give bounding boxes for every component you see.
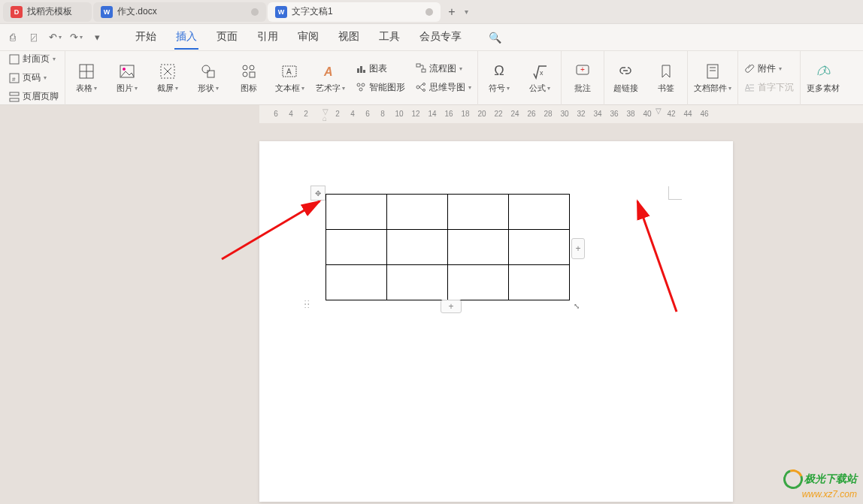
table-button[interactable]: 表格▾ [71,62,101,94]
tab-doc1[interactable]: W 作文.docx [93,2,266,22]
svg-text:A: A [323,65,333,78]
header-footer-button[interactable]: 页眉页脚 [9,90,59,103]
svg-point-11 [202,65,210,73]
table-row[interactable] [326,195,570,230]
svg-point-29 [423,83,425,86]
icons-button[interactable]: 图标 [234,62,264,94]
link-icon [616,62,634,80]
table-icon [77,62,95,80]
add-column-button[interactable]: + [571,238,585,259]
docparts-button[interactable]: 文档部件▾ [694,62,731,94]
watermark: 极光下载站 www.xz7.com [783,469,857,499]
wordart-button[interactable]: A艺术字▾ [315,62,345,94]
svg-rect-34 [707,65,718,78]
redo-button[interactable]: ↷ [68,29,84,46]
menu-page[interactable]: 页面 [215,26,239,50]
margin-corner-icon [668,186,682,200]
textbox-button[interactable]: A文本框▾ [274,62,304,94]
undo-button[interactable]: ↶ [47,29,63,46]
sqrt-icon: x [531,62,549,80]
tab-label: 找稻壳模板 [27,5,72,18]
drag-grip-icon[interactable]: ∷∷ [304,300,310,308]
docparts-icon [704,62,722,80]
leaf-icon [814,62,832,80]
flowchart-button[interactable]: 流程图▾ [416,62,471,75]
search-icon[interactable]: 🔍 [489,32,501,44]
menu-view[interactable]: 视图 [337,26,361,50]
menu-insert[interactable]: 插入 [174,26,198,50]
omega-icon: Ω [490,62,508,80]
svg-rect-22 [363,70,365,73]
menu-vip[interactable]: 会员专享 [418,26,463,50]
svg-point-28 [416,86,419,89]
svg-point-24 [362,83,365,86]
print-button[interactable]: ⎙ [5,29,21,46]
svg-rect-26 [416,64,420,67]
svg-text:#: # [12,76,16,83]
document-canvas[interactable]: 6 4 2 ▽ ⌂ 2 4 6 8 10 12 14 16 18 20 22 2… [0,105,863,504]
tab-template[interactable]: D 找稻壳模板 [3,2,92,22]
tab-label: 作文.docx [117,5,157,18]
svg-text:+: + [580,65,585,74]
shapes-button[interactable]: 形状▾ [193,62,223,94]
app-icon: D [11,6,23,18]
tab-doc2[interactable]: W 文字文稿1 [268,2,441,22]
preview-button[interactable]: ⍁ [26,29,42,46]
add-row-button[interactable]: + [441,300,462,313]
svg-point-14 [250,65,254,70]
table-resize-handle[interactable]: ⤡ [574,302,580,310]
table-move-handle[interactable]: ✥ [310,186,326,201]
mindmap-button[interactable]: 思维导图▾ [416,81,471,94]
customize-qat-button[interactable]: ▾ [89,29,105,46]
cover-page-button[interactable]: 封面页▾ [9,53,59,65]
comment-button[interactable]: +批注 [568,62,598,94]
bookmark-button[interactable]: 书签 [651,62,681,94]
menu-row: ⎙ ⍁ ↶ ↷ ▾ 开始 插入 页面 引用 审阅 视图 工具 会员专享 🔍 [0,24,863,51]
icons-icon [240,62,258,80]
wordart-icon: A [321,62,339,80]
comment-icon: + [574,62,592,80]
hanging-indent-icon[interactable]: ⌂ [322,114,327,122]
svg-text:x: x [540,69,544,77]
menu-ref[interactable]: 引用 [256,26,280,50]
textbox-icon: A [280,62,298,80]
menu-tools[interactable]: 工具 [377,26,401,50]
scissors-icon [159,62,177,80]
menu-home[interactable]: 开始 [134,26,158,50]
svg-point-25 [359,88,362,91]
svg-rect-3 [10,92,19,95]
tab-label: 文字文稿1 [292,5,333,18]
word-icon: W [101,6,113,18]
smartart-button[interactable]: 智能图形 [356,81,405,94]
picture-icon [118,62,136,80]
attachment-button[interactable]: 附件▾ [744,62,794,75]
hyperlink-button[interactable]: 超链接 [610,62,640,94]
equation-button[interactable]: x公式▾ [525,62,555,94]
tab-menu-chevron-icon[interactable]: ▾ [465,8,468,16]
svg-rect-0 [10,55,19,64]
new-tab-button[interactable]: + [442,2,462,22]
tab-bar: D 找稻壳模板 W 作文.docx W 文字文稿1 + ▾ [0,0,863,24]
picture-button[interactable]: 图片▾ [112,62,142,94]
right-indent-icon[interactable]: ▽ [656,107,662,115]
svg-text:A: A [286,68,292,76]
svg-point-9 [123,68,126,71]
chart-button[interactable]: 图表 [356,62,405,75]
svg-rect-27 [422,69,425,72]
svg-rect-16 [250,72,255,77]
screenshot-button[interactable]: 截屏▾ [153,62,183,94]
inserted-table[interactable] [326,194,570,300]
shapes-icon [199,62,217,80]
page-number-button[interactable]: #页码▾ [9,71,59,84]
svg-point-30 [423,89,425,92]
ribbon-insert: 封面页▾ #页码▾ 页眉页脚 表格▾ 图片▾ 截屏▾ 形状▾ 图标 A文本框▾ … [0,51,863,105]
more-resources-button[interactable]: 更多素材 [807,62,840,94]
menu-review[interactable]: 审阅 [296,26,320,50]
document-page[interactable]: ✥ + + ⤡ ∷∷ [259,141,733,502]
symbol-button[interactable]: Ω符号▾ [484,62,514,94]
svg-text:A: A [745,83,750,92]
horizontal-ruler[interactable]: 6 4 2 ▽ ⌂ 2 4 6 8 10 12 14 16 18 20 22 2… [259,105,863,123]
table-row[interactable] [326,230,570,265]
word-icon: W [275,6,287,18]
table-row[interactable] [326,265,570,300]
